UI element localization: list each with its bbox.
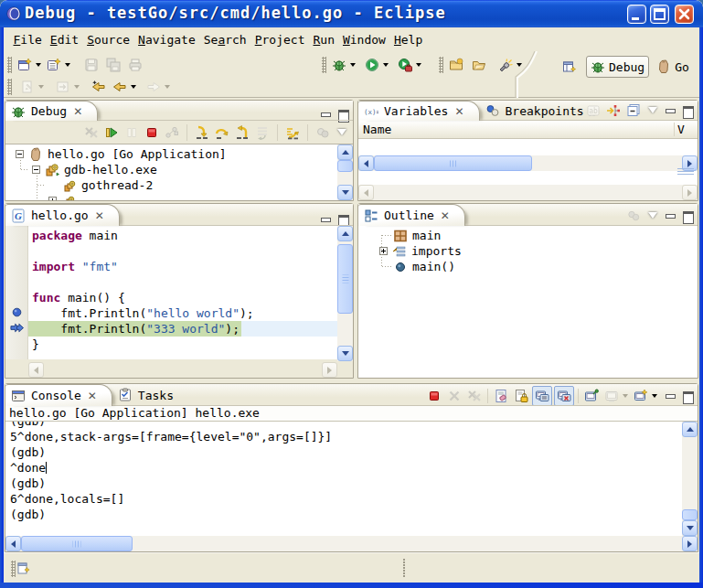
detail-pane-horizontal-scrollbar[interactable]: [358, 185, 698, 200]
view-menu-icon[interactable]: [647, 105, 660, 116]
suspend-button[interactable]: [122, 123, 141, 142]
save-button[interactable]: [82, 55, 101, 75]
column-header-name[interactable]: Name: [363, 123, 391, 136]
dropdown-arrow[interactable]: [38, 85, 44, 89]
tab-console[interactable]: Console✕: [5, 384, 112, 406]
step-return-button[interactable]: [233, 123, 251, 142]
scroll-right-button[interactable]: [682, 185, 698, 200]
console-vertical-scrollbar[interactable]: [682, 422, 698, 536]
code-line[interactable]: fmt.Println("333 world");: [28, 321, 337, 337]
search-button[interactable]: [496, 55, 524, 75]
console-terminate-button[interactable]: [425, 386, 443, 406]
menu-search[interactable]: Search: [199, 30, 250, 49]
maximize-button[interactable]: [650, 5, 669, 24]
scroll-left-button[interactable]: [28, 362, 44, 378]
menu-run[interactable]: Run: [309, 30, 338, 49]
scroll-up-button[interactable]: [337, 144, 353, 160]
disconnect-button[interactable]: [163, 123, 181, 142]
dropdown-arrow[interactable]: [350, 63, 356, 67]
dropdown-arrow[interactable]: [416, 63, 421, 67]
dropdown-arrow[interactable]: [36, 63, 41, 67]
detail-pane-sash[interactable]: [677, 168, 694, 175]
new-go-element-button[interactable]: [45, 55, 72, 75]
menu-project[interactable]: Project: [250, 30, 309, 49]
dropdown-arrow[interactable]: [383, 63, 389, 67]
tree-item[interactable]: [5, 193, 337, 200]
debug-tree-vertical-scrollbar[interactable]: [337, 144, 353, 200]
code-line[interactable]: func main() {: [28, 290, 337, 305]
close-button[interactable]: [675, 5, 694, 24]
expand-icon[interactable]: [48, 197, 57, 200]
maximize-view-icon[interactable]: [336, 109, 350, 121]
close-tab-icon[interactable]: ✕: [73, 107, 82, 116]
resume-button[interactable]: [102, 123, 121, 142]
display-selected-console-button[interactable]: [602, 386, 630, 406]
scroll-thumb[interactable]: [682, 509, 698, 520]
save-all-button[interactable]: [104, 55, 122, 75]
tab-outline[interactable]: Outline✕: [358, 204, 465, 226]
minimize-button[interactable]: [627, 5, 646, 24]
close-tab-icon[interactable]: ✕: [88, 391, 97, 401]
minimize-view-icon[interactable]: [664, 105, 677, 117]
open-resource-button[interactable]: [447, 55, 465, 75]
go-into-button[interactable]: [54, 77, 81, 97]
breakpoint-icon[interactable]: [10, 305, 24, 322]
scroll-left-button[interactable]: [5, 536, 21, 551]
menu-help[interactable]: Help: [389, 30, 426, 49]
statusbar-grip[interactable]: [11, 561, 16, 577]
minimize-view-icon[interactable]: [319, 214, 333, 226]
tab-debug[interactable]: Debug✕: [5, 101, 98, 121]
tree-item-gdb-hello-exe[interactable]: gdb-hello.exe: [5, 162, 337, 177]
close-tab-icon[interactable]: ✕: [454, 107, 463, 116]
scroll-thumb[interactable]: [374, 155, 532, 171]
minimize-view-icon[interactable]: [664, 390, 677, 402]
show-logical-structures-button[interactable]: [604, 101, 623, 121]
forward-button[interactable]: [144, 77, 172, 97]
close-tab-icon[interactable]: ✕: [441, 211, 450, 220]
terminate-button[interactable]: [143, 123, 161, 142]
dropdown-arrow[interactable]: [652, 394, 657, 398]
maximize-view-icon[interactable]: [681, 105, 695, 117]
toolbar-grip[interactable]: [7, 79, 12, 95]
maximize-view-icon[interactable]: [681, 210, 695, 222]
back-to-hello-button[interactable]: [90, 77, 108, 97]
print-button[interactable]: [126, 55, 144, 75]
scroll-thumb[interactable]: [21, 536, 133, 551]
open-console-button[interactable]: [632, 386, 659, 406]
step-over-button[interactable]: [213, 123, 231, 142]
dropdown-arrow[interactable]: [623, 394, 628, 398]
tab-hello-go[interactable]: hello.go✕: [5, 204, 120, 226]
code-line[interactable]: fmt.Println("hello world");: [28, 305, 337, 321]
code-line[interactable]: }: [28, 337, 337, 352]
scroll-left-button[interactable]: [358, 155, 374, 171]
scroll-lock-button[interactable]: [512, 386, 530, 406]
editor-annotation-ruler[interactable]: [5, 226, 28, 359]
column-header-value[interactable]: V: [677, 123, 685, 136]
perspective-go[interactable]: Go: [653, 56, 693, 78]
view-menu-icon[interactable]: [336, 127, 349, 138]
tree-item-gothread-2[interactable]: gothread-2: [5, 177, 337, 193]
tree-item-hello-go-go-application[interactable]: hello.go [Go Application]: [5, 146, 337, 162]
dropdown-arrow[interactable]: [517, 63, 522, 67]
scroll-thumb[interactable]: [337, 244, 353, 314]
scroll-thumb[interactable]: [337, 160, 353, 172]
show-console-on-stderr-button[interactable]: [554, 386, 574, 406]
dropdown-arrow[interactable]: [74, 85, 80, 89]
use-step-filters-button[interactable]: [283, 123, 302, 142]
remove-launch-button[interactable]: [445, 386, 463, 406]
menu-file[interactable]: File: [9, 30, 46, 49]
view-menu-icon[interactable]: [647, 210, 660, 221]
minimize-view-icon[interactable]: [664, 210, 677, 222]
code-line[interactable]: [28, 243, 337, 259]
last-edit-location-button[interactable]: [18, 77, 46, 97]
show-console-on-stdout-button[interactable]: [532, 386, 552, 406]
code-line[interactable]: [28, 274, 337, 290]
scroll-up-button[interactable]: [337, 226, 353, 241]
menu-source[interactable]: Source: [83, 30, 134, 49]
external-tools-button[interactable]: [396, 55, 423, 75]
restart-button[interactable]: [314, 123, 332, 142]
scroll-down-button[interactable]: [337, 185, 353, 200]
collapse-icon[interactable]: [32, 166, 40, 174]
console-horizontal-scrollbar[interactable]: [5, 536, 698, 551]
collapse-all-button[interactable]: [624, 101, 643, 121]
